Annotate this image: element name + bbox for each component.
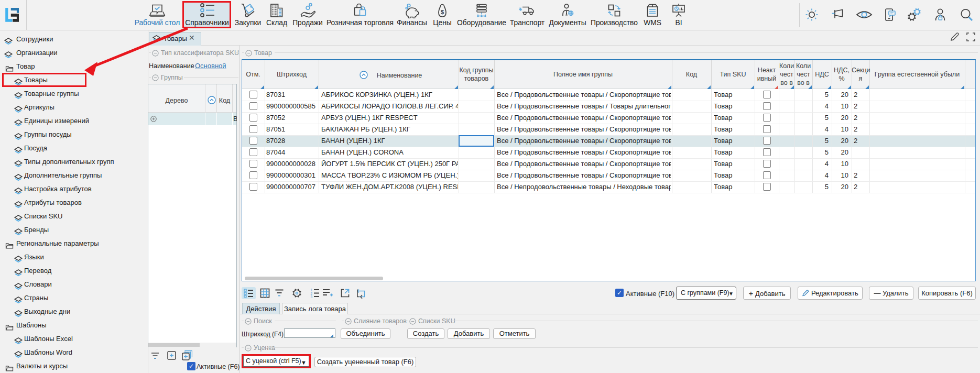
svg-text:3: 3 (311, 295, 313, 298)
svg-text:1: 1 (311, 288, 313, 292)
